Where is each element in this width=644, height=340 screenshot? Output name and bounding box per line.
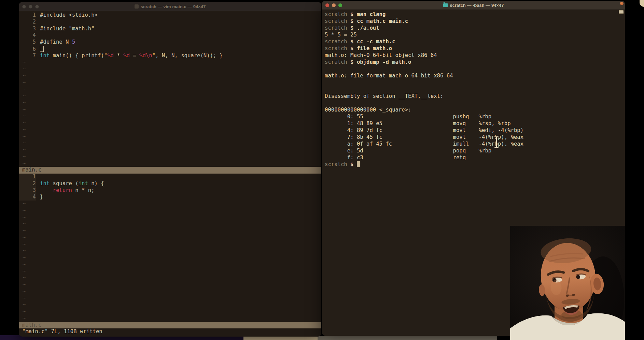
empty-line-tilde: ~ bbox=[19, 308, 321, 315]
empty-line-tilde: ~ bbox=[19, 241, 321, 248]
webcam-overlay bbox=[510, 226, 625, 340]
code-segment: main() { printf(" bbox=[50, 53, 107, 59]
code-segment: n) { bbox=[88, 180, 104, 187]
terminal-segment: math.o: file format mach-o 64-bit x86-64 bbox=[325, 73, 453, 79]
terminal-line: math.o: Mach-O 64-bit object x86_64 bbox=[325, 52, 625, 59]
line-number: 3 bbox=[19, 26, 36, 32]
empty-line-tilde: ~ bbox=[19, 153, 321, 160]
window-title: scratch — -bash — 94×47 bbox=[443, 3, 504, 8]
code-segment: ", N, N, square(N)); } bbox=[152, 53, 223, 59]
vim-editor-area[interactable]: 1#include <stdio.h>2 3#include "math.h"4… bbox=[19, 11, 321, 337]
empty-line-tilde: ~ bbox=[19, 207, 321, 214]
empty-line-tilde: ~ bbox=[19, 295, 321, 302]
minimize-button[interactable] bbox=[29, 5, 32, 9]
empty-line-tilde: ~ bbox=[19, 106, 321, 113]
empty-line-tilde: ~ bbox=[19, 214, 321, 221]
line-number: 2 bbox=[19, 180, 36, 187]
terminal-titlebar[interactable]: scratch — -bash — 94×47 bbox=[322, 1, 625, 10]
vim-title-text: scratch — vim main.c — 94×47 bbox=[141, 4, 206, 9]
empty-line-tilde: ~ bbox=[19, 268, 321, 275]
editor-line: 2 bbox=[19, 19, 321, 26]
terminal-line bbox=[325, 86, 625, 93]
code-segment: } bbox=[40, 194, 43, 200]
vim-command-line: "main.c" 7L, 110B written bbox=[19, 328, 321, 335]
vim-cursor bbox=[40, 46, 44, 52]
terminal-segment: 1: 48 89 e5 movq %rsp, %rbp bbox=[325, 120, 511, 127]
editor-line: 7int main() { printf("%d * %d = %d\n", N… bbox=[19, 53, 321, 59]
window-title: scratch — vim main.c — 94×47 bbox=[135, 4, 206, 9]
close-button[interactable] bbox=[22, 5, 26, 9]
editor-line: 4 bbox=[19, 32, 321, 39]
terminal-line bbox=[325, 65, 625, 72]
background-window-corner bbox=[640, 0, 644, 7]
terminal-segment: 0000000000000000 <_square>: bbox=[325, 107, 411, 113]
minimize-button[interactable] bbox=[332, 3, 336, 7]
code-segment: return bbox=[53, 187, 72, 193]
terminal-segment: $ man clang bbox=[350, 11, 386, 17]
code-segment: #define N bbox=[40, 39, 72, 45]
empty-line-tilde: ~ bbox=[19, 201, 321, 207]
editor-line: 4} bbox=[19, 194, 321, 201]
empty-line-tilde: ~ bbox=[19, 66, 321, 73]
terminal-segment: scratch bbox=[325, 45, 350, 51]
terminal-segment: Disassembly of section __TEXT,__text: bbox=[325, 93, 443, 99]
terminal-line: 1: 48 89 e5 movq %rsp, %rbp bbox=[325, 120, 625, 127]
terminal-line: scratch $ ./a.out bbox=[325, 25, 625, 31]
terminal-segment: scratch bbox=[325, 161, 350, 167]
line-number: 7 bbox=[19, 53, 36, 59]
terminal-segment: scratch bbox=[325, 11, 350, 17]
line-number: 6 bbox=[19, 46, 36, 53]
terminal-segment: $ bbox=[350, 161, 357, 167]
editor-line: 3 return n * n; bbox=[19, 187, 321, 194]
code-segment: = bbox=[130, 53, 139, 59]
terminal-segment: $ ./a.out bbox=[350, 25, 379, 31]
code-segment: #include <stdio.h> bbox=[40, 12, 98, 18]
close-button[interactable] bbox=[325, 3, 329, 7]
code-segment bbox=[40, 187, 53, 193]
desktop-strip-gray bbox=[318, 336, 497, 340]
code-segment: int bbox=[79, 180, 88, 187]
terminal-segment: 0: 55 pushq %rbp bbox=[325, 114, 491, 120]
terminal-segment: $ objdump -d math.o bbox=[350, 59, 411, 65]
empty-line-tilde: ~ bbox=[19, 133, 321, 140]
terminal-scroll-widget[interactable] bbox=[619, 10, 624, 14]
terminal-line: 7: 8b 45 fc movl -4(%rbp), %eax bbox=[325, 134, 625, 141]
empty-line-tilde: ~ bbox=[19, 120, 321, 127]
line-number: 1 bbox=[19, 12, 36, 19]
terminal-segment: 4: 89 7d fc movl %edi, -4(%rbp) bbox=[325, 127, 523, 133]
desktop: { "theme": { "terminal_bg": "#251e17", "… bbox=[0, 0, 644, 340]
status-indicator-dot bbox=[620, 2, 624, 5]
empty-line-tilde: ~ bbox=[19, 113, 321, 120]
empty-line-tilde: ~ bbox=[19, 59, 321, 66]
terminal-segment: scratch bbox=[325, 59, 350, 65]
document-icon bbox=[135, 4, 139, 9]
empty-line-tilde: ~ bbox=[19, 288, 321, 295]
terminal-cursor bbox=[357, 161, 360, 167]
terminal-segment: scratch bbox=[325, 39, 350, 45]
terminal-line: 4: 89 7d fc movl %edi, -4(%rbp) bbox=[325, 127, 625, 134]
terminal-title-text: scratch — -bash — 94×47 bbox=[450, 3, 504, 8]
zoom-button[interactable] bbox=[338, 3, 342, 7]
code-segment: int bbox=[40, 180, 50, 187]
empty-line-tilde: ~ bbox=[19, 73, 321, 79]
terminal-segment: 5 * 5 = 25 bbox=[325, 32, 357, 38]
code-segment: int bbox=[40, 53, 50, 59]
terminal-line bbox=[325, 100, 625, 106]
terminal-line: e: 5d popq %rbp bbox=[325, 147, 625, 154]
traffic-lights bbox=[325, 1, 342, 10]
zoom-button[interactable] bbox=[35, 5, 39, 9]
terminal-segment: $ cc -c math.c bbox=[350, 39, 395, 45]
terminal-line: 0: 55 pushq %rbp bbox=[325, 113, 625, 120]
code-segment: %d bbox=[123, 53, 130, 59]
empty-line-tilde: ~ bbox=[19, 227, 321, 234]
vim-titlebar[interactable]: scratch — vim main.c — 94×47 bbox=[19, 2, 321, 11]
editor-line: 6 bbox=[19, 46, 321, 53]
line-number: 1 bbox=[19, 174, 36, 180]
terminal-segment: scratch bbox=[325, 18, 350, 24]
terminal-line bbox=[325, 79, 625, 86]
terminal-segment: $ cc math.c main.c bbox=[350, 18, 408, 24]
terminal-line: 5 * 5 = 25 bbox=[325, 31, 625, 38]
empty-line-tilde: ~ bbox=[19, 275, 321, 281]
terminal-segment: scratch bbox=[325, 25, 350, 31]
empty-line-tilde: ~ bbox=[19, 100, 321, 106]
